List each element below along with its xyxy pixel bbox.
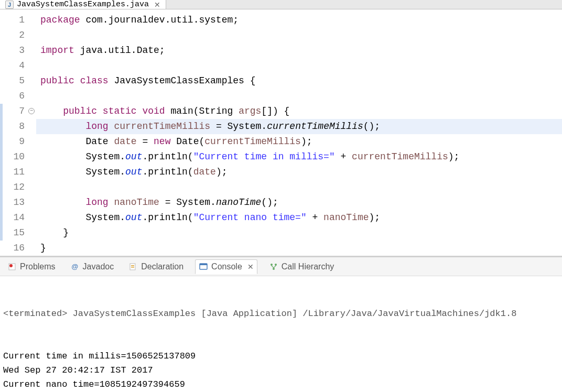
tab-call-hierarchy[interactable]: Call Hierarchy (266, 260, 337, 274)
code-line[interactable]: } (36, 225, 562, 241)
tab-console-label: Console (211, 262, 242, 271)
code-line[interactable] (36, 58, 562, 73)
svg-point-1 (9, 264, 13, 267)
tab-javadoc[interactable]: @ Javadoc (67, 260, 117, 274)
bottom-panel: Problems @ Javadoc Declaration Console ✕… (0, 256, 562, 392)
console-output: Current time in millis=1506525137809Wed … (3, 349, 559, 391)
bottom-tabs: Problems @ Javadoc Declaration Console ✕… (0, 257, 562, 276)
declaration-icon (128, 262, 138, 271)
tab-problems-label: Problems (20, 262, 56, 271)
line-number: 4 (3, 58, 25, 73)
tab-declaration[interactable]: Declaration (125, 260, 187, 274)
console-line: Current time in millis=1506525137809 (3, 349, 559, 363)
svg-rect-6 (200, 264, 207, 265)
console-line: Current nano time=1085192497394659 (3, 377, 559, 391)
code-line[interactable]: import java.util.Date; (36, 43, 562, 58)
line-number: 5 (3, 73, 25, 89)
code-line[interactable]: Date date = new Date(currentTimeMillis); (36, 134, 562, 149)
java-file-icon: J (5, 1, 14, 9)
code-line[interactable] (36, 180, 562, 195)
code-line[interactable]: long currentTimeMillis = System.currentT… (36, 119, 562, 134)
line-number: 11 (3, 165, 25, 180)
line-number: 9 (3, 134, 25, 149)
code-line[interactable]: } (36, 241, 562, 256)
tab-declaration-label: Declaration (141, 262, 183, 271)
line-number: 13 (3, 195, 25, 210)
line-number: 8 (3, 119, 25, 134)
fold-toggle-icon[interactable]: − (28, 108, 35, 114)
line-number: 12 (3, 180, 25, 195)
line-number: 3 (3, 43, 25, 58)
tab-javadoc-label: Javadoc (83, 262, 114, 271)
line-gutter: 12345678910111213141516 (3, 13, 29, 256)
problems-icon (7, 262, 17, 271)
svg-point-9 (273, 268, 275, 270)
tab-call-hierarchy-label: Call Hierarchy (282, 262, 334, 271)
code-line[interactable]: package com.journaldev.util.system; (36, 13, 562, 28)
javadoc-icon: @ (70, 262, 80, 271)
code-line[interactable]: System.out.println("Current time in mill… (36, 149, 562, 165)
editor-tabs: J JavaSystemClassExamples.java ✕ (0, 0, 562, 9)
line-number: 6 (3, 89, 25, 104)
code-line[interactable]: public class JavaSystemClassExamples { (36, 73, 562, 89)
svg-point-7 (271, 264, 273, 266)
line-number: 16 (3, 241, 25, 256)
console-body[interactable]: <terminated> JavaSystemClassExamples [Ja… (0, 276, 562, 392)
svg-rect-4 (131, 267, 134, 268)
line-number: 1 (3, 13, 25, 28)
tab-problems[interactable]: Problems (4, 260, 59, 274)
svg-point-8 (275, 264, 277, 266)
console-close-icon[interactable]: ✕ (247, 263, 254, 271)
code-line[interactable]: System.out.println(date); (36, 165, 562, 180)
code-line[interactable]: public static void main(String args[]) { (36, 104, 562, 119)
code-lines[interactable]: package com.journaldev.util.system; impo… (36, 13, 562, 256)
line-number: 7 (3, 104, 25, 119)
line-number: 15 (3, 225, 25, 241)
editor-tab-filename: JavaSystemClassExamples.java (17, 0, 149, 9)
code-line[interactable]: System.out.println("Current nano time=" … (36, 210, 562, 225)
code-line[interactable] (36, 28, 562, 43)
code-line[interactable]: long nanoTime = System.nanoTime(); (36, 195, 562, 210)
console-line: Wed Sep 27 20:42:17 IST 2017 (3, 363, 559, 377)
code-editor[interactable]: 12345678910111213141516 − package com.jo… (0, 9, 562, 256)
console-icon (199, 262, 208, 271)
line-number: 2 (3, 28, 25, 43)
close-icon[interactable]: ✕ (154, 1, 160, 9)
editor-tab-active[interactable]: J JavaSystemClassExamples.java ✕ (0, 0, 166, 9)
console-run-header: <terminated> JavaSystemClassExamples [Ja… (3, 307, 559, 321)
line-number: 10 (3, 149, 25, 165)
line-number: 14 (3, 210, 25, 225)
fold-column: − (29, 13, 36, 256)
call-hierarchy-icon (269, 262, 278, 271)
tab-console[interactable]: Console ✕ (195, 259, 257, 274)
code-line[interactable] (36, 89, 562, 104)
svg-rect-3 (131, 265, 134, 266)
